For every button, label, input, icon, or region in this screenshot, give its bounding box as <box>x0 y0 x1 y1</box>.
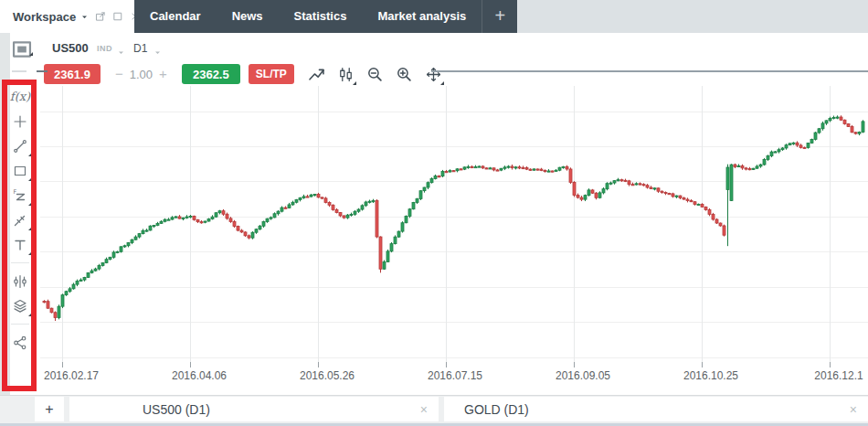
zoom-out-icon[interactable] <box>367 67 383 82</box>
resize-handle-dark[interactable] <box>37 70 48 72</box>
candle <box>752 168 755 170</box>
share-icon <box>13 335 27 350</box>
candle <box>789 143 791 145</box>
candle <box>482 165 484 169</box>
candle <box>164 218 166 222</box>
candle <box>525 166 528 170</box>
candle <box>361 204 364 210</box>
buy-price-button[interactable]: 2362.5 <box>182 64 240 84</box>
draw-tool-object-layers[interactable] <box>7 293 33 318</box>
bottom-tab-gold-d1-[interactable]: GOLD (D1)× <box>444 397 868 421</box>
candle <box>767 154 769 161</box>
sltp-button[interactable]: SL/TP <box>249 64 294 84</box>
candle <box>390 242 393 252</box>
object-layers-icon <box>13 299 27 314</box>
top-tab-statistics[interactable]: Statistics <box>279 0 363 33</box>
candle <box>496 169 499 171</box>
candle <box>540 168 543 171</box>
bottom-tab-bar: + US500 (D1)×GOLD (D1)× <box>0 395 868 426</box>
chevron-down-icon[interactable] <box>117 44 125 60</box>
candle <box>273 212 276 218</box>
candle <box>416 198 418 204</box>
close-tab-icon[interactable]: × <box>839 402 868 417</box>
pan-icon[interactable] <box>426 67 441 82</box>
bottom-tab-us500-d1-[interactable]: US500 (D1)× <box>69 397 439 421</box>
candlestick-chart[interactable] <box>40 82 868 393</box>
candle <box>149 225 152 230</box>
zoom-in-icon[interactable] <box>397 67 412 82</box>
top-tab-market-analysis[interactable]: Market analysis <box>362 0 482 33</box>
add-workspace-tab-button[interactable]: + <box>482 0 517 33</box>
candle <box>507 165 510 169</box>
candle <box>346 214 349 219</box>
chart-area[interactable]: 2016.02.172016.04.062016.05.262016.07.15… <box>40 82 868 393</box>
volume-decrease-button[interactable]: − <box>109 64 130 84</box>
candle <box>536 168 539 170</box>
candle <box>368 200 371 204</box>
draw-tool-fibonacci[interactable]: F <box>7 183 33 208</box>
candle <box>573 181 576 197</box>
candle <box>712 213 715 221</box>
candle <box>756 165 758 169</box>
candle <box>463 166 466 170</box>
candle <box>397 230 400 238</box>
draw-tool-rectangle[interactable] <box>7 158 33 183</box>
candle <box>653 187 656 190</box>
sell-price-button[interactable]: 2361.9 <box>44 64 101 84</box>
dropdown-corner <box>28 202 32 206</box>
candle <box>851 125 853 133</box>
draw-tool-share[interactable] <box>7 330 33 355</box>
top-tab-calendar[interactable]: Calendar <box>134 0 217 33</box>
candle <box>153 225 155 228</box>
candle <box>471 165 473 168</box>
candle <box>156 222 159 227</box>
draw-tool-trend-line[interactable] <box>7 133 33 158</box>
line-chart-icon[interactable] <box>309 67 324 82</box>
candle <box>189 215 192 218</box>
candle <box>65 291 68 296</box>
candle <box>299 197 302 202</box>
draw-tool-text[interactable] <box>7 232 33 257</box>
chart-layout-button[interactable] <box>12 39 34 58</box>
candle <box>109 257 111 261</box>
popout-icon[interactable] <box>95 11 106 22</box>
draw-tool-compare-instruments[interactable] <box>7 269 33 293</box>
candle <box>215 212 217 218</box>
x-axis-label: 2016.04.06 <box>172 369 227 382</box>
svg-text:F: F <box>14 188 17 196</box>
candle <box>175 216 177 218</box>
candle <box>821 122 824 131</box>
maximize-icon[interactable] <box>112 11 123 22</box>
candle <box>478 165 481 167</box>
top-bar: Workspace CalendarNewsStatisticsMarket a… <box>0 0 868 33</box>
draw-tool-indicators-fx[interactable]: f(x) <box>7 84 33 109</box>
dropdown-corner <box>28 177 32 181</box>
candle <box>810 139 813 144</box>
close-tab-icon[interactable]: × <box>409 402 439 417</box>
draw-tool-crosshair[interactable] <box>7 109 33 133</box>
chevron-down-icon[interactable] <box>153 44 162 60</box>
candle <box>372 199 375 203</box>
bottom-tab-label: GOLD (D1) <box>464 402 839 417</box>
candle <box>58 304 60 319</box>
candle <box>763 158 766 165</box>
candle <box>503 165 506 170</box>
candle <box>43 300 46 303</box>
candle <box>310 194 312 197</box>
chart-type-candles-icon[interactable] <box>338 67 354 82</box>
volume-value[interactable]: 1.00 <box>130 68 153 81</box>
timeframe-selector[interactable]: D1 <box>133 42 147 55</box>
workspace-tab[interactable]: Workspace <box>0 0 134 33</box>
caret-down-icon[interactable] <box>80 13 89 21</box>
candle <box>704 207 707 211</box>
draw-tool-pencil[interactable] <box>7 208 33 232</box>
add-chart-tab-button[interactable]: + <box>35 397 64 421</box>
volume-increase-button[interactable]: + <box>153 64 174 84</box>
candle <box>737 164 740 167</box>
top-tab-news[interactable]: News <box>217 0 279 33</box>
candle <box>321 197 323 199</box>
candle <box>796 141 799 146</box>
candle <box>748 167 751 171</box>
candle <box>262 221 265 228</box>
candle <box>233 220 236 228</box>
